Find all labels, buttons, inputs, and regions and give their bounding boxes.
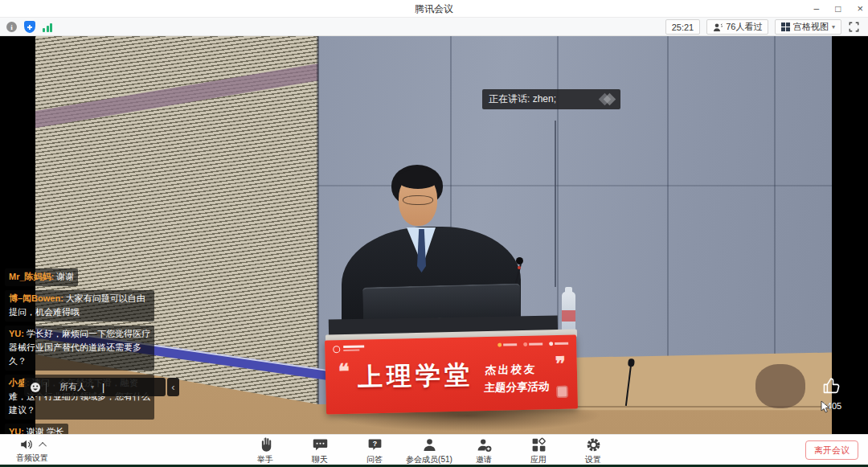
window-title: 腾讯会议 [0,2,868,16]
emoji-icon[interactable] [30,382,41,393]
participants-label: 参会成员(51) [406,454,452,465]
speaker-hair-fringe [397,170,439,189]
settings-button[interactable]: 设置 [572,436,614,465]
chair-silhouette [755,364,805,408]
text-cursor: | [102,382,104,393]
qa-button[interactable]: ? 问答 [354,436,395,465]
thumbs-up-icon[interactable] [821,375,842,396]
meeting-watermark-icon [600,95,614,104]
banner-subtitle-line2: 主题分享活动 [484,379,550,395]
viewers-button[interactable]: 76人看过 [706,19,768,35]
close-button[interactable]: × [857,0,863,18]
minimize-button[interactable]: – [813,0,819,18]
view-mode-button[interactable]: 宫格视图 ▾ [775,19,841,35]
meeting-timer: 25:21 [665,19,701,35]
microphone-light [518,266,521,269]
chat-bubble-icon [312,436,329,453]
maximize-button[interactable]: □ [835,0,841,18]
status-right: 25:21 76人看过 宫格视图 ▾ [665,18,860,36]
speaker-glasses [403,195,433,205]
timer-value: 25:21 [672,23,694,32]
fullscreen-icon[interactable] [848,21,860,33]
speaking-label: 正在讲话: zhen; [489,92,556,106]
toolbar-items: 举手 聊天 ? 问答 参会成员(51) [0,436,863,465]
chat-sender: 博–闻Bowen: [9,293,63,303]
apps-grid-icon [530,436,547,453]
raise-hand-icon [257,436,274,453]
banner-seal [556,386,567,398]
title-bar: 腾讯会议 – □ × [0,0,868,18]
settings-label: 设置 [585,454,601,465]
invite-button[interactable]: 邀请 [463,436,505,465]
recipient-selector[interactable]: 所有人 [59,381,86,393]
university-logo [333,345,364,353]
banner-subtitle: 杰出校友 主题分享活动 [484,362,551,395]
podium-banner: ❝ 上理学堂 杰出校友 主题分享活动 ❞ [325,334,578,414]
chat-text: 学长好，麻烦问一下您觉得医疗器械行业国产替代的道路还需要多久？ [9,329,150,366]
viewers-count-label: 76人看过 [726,21,762,33]
chat-input[interactable]: 所有人 ▾ | [24,378,166,396]
water-bottle-label [562,310,575,322]
sponsor-logos [497,342,568,347]
view-mode-label: 宫格视图 [793,21,829,33]
chat-message: Mr_陈妈妈:谢谢 [5,268,78,286]
gear-icon [585,436,602,453]
chevron-down-icon: ▾ [832,23,835,31]
like-count: 1405 [814,401,850,411]
chat-button[interactable]: 聊天 [299,436,341,465]
chat-label: 聊天 [312,454,328,465]
viewers-person-icon [713,23,723,32]
like-widget[interactable]: 1405 [814,375,850,411]
invite-person-icon [476,436,493,453]
status-bar: i 25:21 76人看过 宫格视图 ▾ [0,18,868,36]
chat-message: 博–闻Bowen:大家有问题可以自由提问，机会难得哦 [5,290,154,322]
grid-view-icon [781,23,790,31]
chat-collapse-button[interactable]: ‹ [167,378,179,396]
svg-text:?: ? [372,440,376,448]
purple-band [35,60,318,129]
participants-button[interactable]: 参会成员(51) [408,436,450,465]
apps-button[interactable]: 应用 [518,436,559,465]
status-icons: i [6,18,52,36]
qa-label: 问答 [366,454,383,465]
raise-hand-label: 举手 [257,454,273,465]
raise-hand-button[interactable]: 举手 [244,436,286,465]
chat-sender: YU: [9,329,24,338]
info-icon[interactable]: i [6,22,17,32]
speaking-indicator: 正在讲话: zhen; [482,89,620,109]
leave-meeting-button[interactable]: 离开会议 [805,440,858,460]
chat-overlay: Mr_陈妈妈:谢谢 博–闻Bowen:大家有问题可以自由提问，机会难得哦 YU:… [5,268,159,445]
close-quote-icon: ❞ [555,353,567,375]
qa-bubble-icon: ? [366,436,383,453]
recipient-caret-icon[interactable]: ▾ [91,383,94,391]
banner-subtitle-line1: 杰出校友 [485,362,551,378]
banner-title: 上理学堂 [358,358,474,394]
chat-text: 谢谢 [56,272,74,281]
chat-sender: Mr_陈妈妈: [9,272,54,281]
window-controls: – □ × [813,0,863,18]
input-divider [46,383,47,392]
participants-icon [421,436,438,453]
invite-label: 邀请 [476,454,492,465]
tencent-meeting-window: 腾讯会议 – □ × i 25:21 76人看过 宫格视图 [0,0,868,467]
apps-label: 应用 [530,454,547,465]
bottom-toolbar: 音频设置 举手 聊天 ? 问答 [0,434,868,465]
chat-message: YU:学长好，麻烦问一下您觉得医疗器械行业国产替代的道路还需要多久？ [5,326,154,371]
water-bottle-cap [565,287,572,293]
network-signal-icon[interactable] [43,23,52,32]
shield-protection-icon[interactable] [24,21,35,33]
mouse-cursor-icon [821,400,830,413]
mic-stand-pole [555,121,556,287]
open-quote-icon: ❝ [338,359,350,384]
